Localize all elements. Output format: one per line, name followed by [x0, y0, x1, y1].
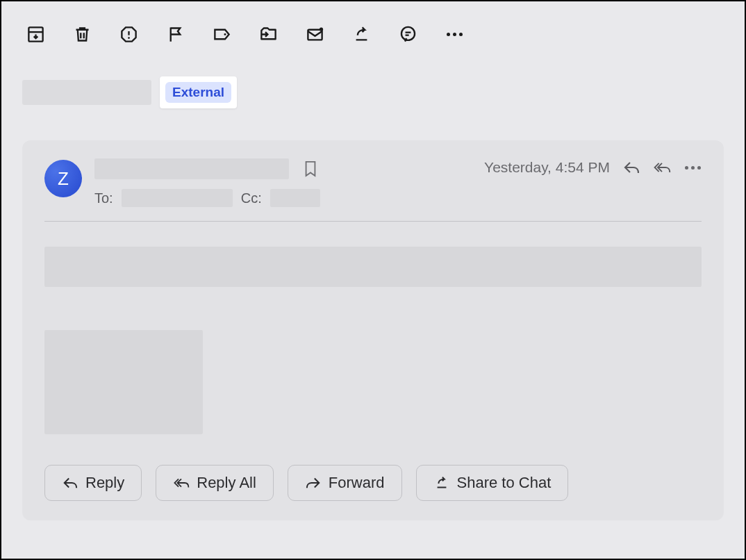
reply-all-button[interactable]: Reply All — [156, 465, 274, 501]
more-icon[interactable] — [444, 24, 465, 44]
reply-all-icon[interactable] — [653, 158, 671, 176]
message-timestamp: Yesterday, 4:54 PM — [484, 159, 610, 176]
to-recipient — [122, 189, 233, 207]
share-icon[interactable] — [351, 24, 372, 44]
message-header: Z To: Cc: Yesterday, 4:54 PM — [44, 158, 702, 207]
flag-icon[interactable] — [165, 24, 185, 44]
comment-icon[interactable] — [397, 24, 418, 44]
subject-row: External — [1, 51, 745, 115]
reply-button-label: Reply — [85, 474, 124, 492]
share-to-chat-button-label: Share to Chat — [457, 474, 552, 492]
cc-recipient — [270, 189, 320, 207]
archive-icon[interactable] — [25, 24, 46, 44]
svg-point-3 — [128, 37, 130, 39]
body-text-line — [44, 247, 702, 287]
bookmark-icon[interactable] — [301, 160, 320, 178]
svg-rect-5 — [308, 29, 322, 40]
share-to-chat-button[interactable]: Share to Chat — [416, 465, 569, 501]
external-badge-highlight: External — [160, 76, 237, 108]
reply-icon[interactable] — [622, 158, 640, 176]
body-attachment-block — [44, 330, 203, 434]
svg-point-4 — [224, 33, 226, 35]
spam-icon[interactable] — [118, 24, 139, 44]
message-more-icon[interactable] — [683, 158, 702, 176]
forward-button-label: Forward — [329, 474, 385, 492]
tag-icon[interactable] — [211, 24, 232, 44]
svg-point-7 — [401, 26, 414, 40]
cc-label: Cc: — [241, 190, 262, 206]
message-card: Z To: Cc: Yesterday, 4:54 PM — [22, 140, 724, 520]
message-actions: Reply Reply All Forward Share to Chat — [44, 465, 702, 501]
sender-avatar[interactable]: Z — [44, 160, 82, 197]
subject-text — [22, 80, 151, 105]
svg-point-6 — [319, 27, 322, 31]
email-toolbar — [1, 1, 745, 51]
to-label: To: — [94, 190, 113, 206]
sender-name — [94, 158, 289, 179]
external-badge: External — [165, 82, 231, 103]
mark-unread-icon[interactable] — [304, 24, 325, 44]
delete-icon[interactable] — [72, 24, 92, 44]
forward-button[interactable]: Forward — [288, 465, 402, 501]
message-body — [44, 222, 702, 434]
reply-all-button-label: Reply All — [197, 474, 256, 492]
move-folder-icon[interactable] — [258, 24, 279, 44]
reply-button[interactable]: Reply — [44, 465, 142, 501]
